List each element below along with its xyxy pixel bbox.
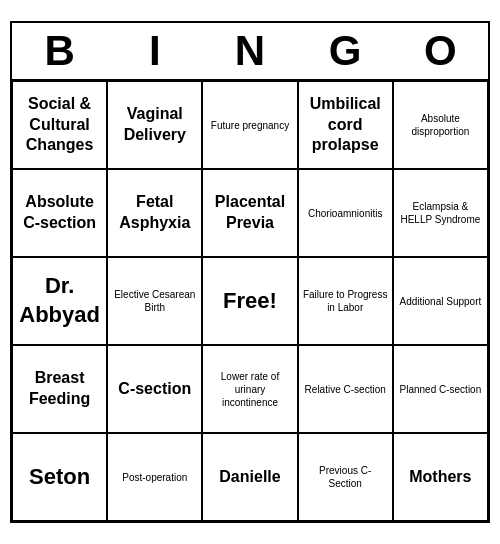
- bingo-cell: Previous C-Section: [298, 433, 393, 521]
- bingo-grid: Social & Cultural ChangesVaginal Deliver…: [12, 79, 488, 521]
- bingo-cell: Vaginal Delivery: [107, 81, 202, 169]
- header-letter: O: [393, 23, 488, 79]
- bingo-cell: Future pregnancy: [202, 81, 297, 169]
- bingo-header: BINGO: [12, 23, 488, 79]
- bingo-cell: Umbilical cord prolapse: [298, 81, 393, 169]
- bingo-cell: Mothers: [393, 433, 488, 521]
- bingo-cell: Absolute C-section: [12, 169, 107, 257]
- bingo-cell: Seton: [12, 433, 107, 521]
- bingo-cell: Placental Previa: [202, 169, 297, 257]
- bingo-cell: Failure to Progress in Labor: [298, 257, 393, 345]
- header-letter: I: [107, 23, 202, 79]
- bingo-cell: Relative C-section: [298, 345, 393, 433]
- bingo-cell: Breast Feeding: [12, 345, 107, 433]
- bingo-cell: Planned C-section: [393, 345, 488, 433]
- bingo-cell: C-section: [107, 345, 202, 433]
- bingo-cell: Dr. Abbyad: [12, 257, 107, 345]
- bingo-card: BINGO Social & Cultural ChangesVaginal D…: [10, 21, 490, 523]
- header-letter: B: [12, 23, 107, 79]
- bingo-cell: Absolute disproportion: [393, 81, 488, 169]
- header-letter: N: [202, 23, 297, 79]
- bingo-cell: Eclampsia & HELLP Syndrome: [393, 169, 488, 257]
- bingo-cell: Danielle: [202, 433, 297, 521]
- bingo-cell: Additional Support: [393, 257, 488, 345]
- bingo-cell: Elective Cesarean Birth: [107, 257, 202, 345]
- bingo-cell: Chorioamnionitis: [298, 169, 393, 257]
- bingo-cell: Fetal Asphyxia: [107, 169, 202, 257]
- bingo-cell: Lower rate of urinary incontinence: [202, 345, 297, 433]
- header-letter: G: [298, 23, 393, 79]
- bingo-cell: Social & Cultural Changes: [12, 81, 107, 169]
- bingo-cell: Free!: [202, 257, 297, 345]
- bingo-cell: Post-operation: [107, 433, 202, 521]
